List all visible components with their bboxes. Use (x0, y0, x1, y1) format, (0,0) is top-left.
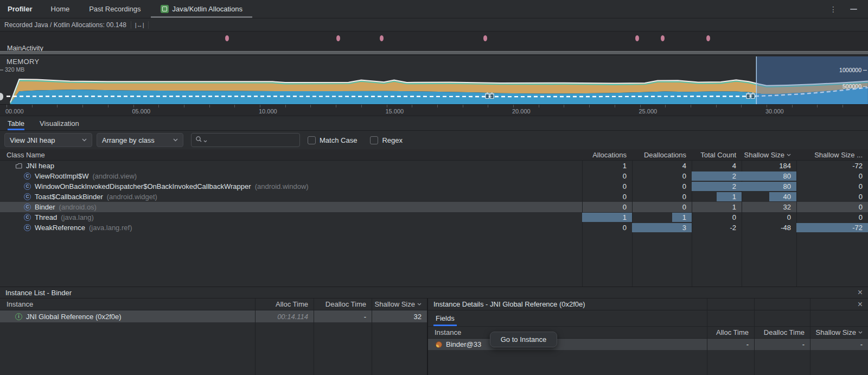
svg-text:1000000: 1000000 (839, 67, 861, 73)
class-row[interactable]: JNI heap144184-72 (0, 161, 868, 171)
axis-tick (82, 105, 83, 107)
match-case-checkbox[interactable] (308, 136, 316, 144)
value-cell: -48 (742, 223, 796, 233)
minimize-icon[interactable] (850, 9, 857, 10)
axis-tick (843, 105, 843, 107)
value-cell: 184 (742, 161, 796, 171)
event-marker-dot[interactable] (225, 35, 229, 41)
column-header-total-count[interactable]: Total Count (692, 151, 742, 159)
class-icon: C (24, 204, 31, 211)
value-cell: 80 (742, 171, 796, 181)
tab-past-recordings-label: Past Recordings (89, 5, 141, 13)
tab-visualization[interactable]: Visualization (40, 116, 79, 130)
tab-home[interactable]: Home (41, 0, 80, 18)
memory-area-chart[interactable]: 1000000500000 (0, 55, 868, 105)
value-cell: 80 (742, 181, 796, 192)
column-header-allocations[interactable]: Allocations (582, 151, 632, 159)
regex-checkbox[interactable] (370, 136, 378, 144)
tab-visualization-label: Visualization (40, 119, 79, 128)
class-row[interactable]: CToast$CallbackBinder(android.widget)001… (0, 192, 868, 202)
class-row[interactable]: CWeakReference(java.lang.ref)03-2-48-72 (0, 223, 868, 233)
package-name: (java.lang.ref) (89, 224, 132, 232)
close-icon[interactable]: × (858, 300, 863, 309)
heap-select[interactable]: View JNI heap (4, 133, 92, 147)
value-cell: 4 (632, 161, 692, 171)
column-header-shallow-size[interactable]: Shallow Size (372, 300, 427, 308)
regex-option[interactable]: Regex (370, 136, 403, 144)
value-cell: 0 (796, 192, 868, 202)
class-icon: C (24, 214, 31, 221)
axis-tick-label: 05.000 (132, 108, 151, 115)
go-to-instance-item[interactable]: Go to Instance (501, 335, 547, 344)
package-name: (android.widget) (107, 193, 157, 201)
class-row[interactable]: CWindowOnBackInvokedDispatcher$OnBackInv… (0, 181, 868, 192)
class-name: Toast$CallbackBinder (35, 193, 103, 201)
event-markers-strip[interactable] (0, 31, 868, 45)
search-input[interactable] (191, 133, 300, 147)
column-header-alloc-time[interactable]: Alloc Time (255, 300, 314, 308)
event-marker-dot[interactable] (706, 35, 710, 41)
tab-past-recordings[interactable]: Past Recordings (79, 0, 150, 18)
value-cell: -2 (692, 223, 742, 233)
package-name: (android.os) (59, 203, 97, 211)
value-cell: 32 (742, 202, 796, 212)
column-header-instance[interactable]: Instance (428, 328, 707, 336)
column-header-class-name[interactable]: Class Name (0, 151, 582, 159)
column-header-deallocations[interactable]: Deallocations (632, 151, 692, 159)
instance-list-titlebar: Instance List - Binder × (0, 287, 868, 298)
axis-tick (32, 105, 33, 107)
tab-fields[interactable]: Fields (433, 310, 457, 326)
zoom-to-fit-icon[interactable]: |↔| (131, 21, 149, 29)
class-row[interactable]: CBinder(android.os)001320 (0, 202, 868, 212)
column-header-dealloc-time[interactable]: Dealloc Time (314, 300, 372, 308)
magnitude-bar (717, 192, 742, 201)
arrange-select-value: Arrange by class (102, 136, 155, 144)
axis-tick (310, 105, 311, 107)
value-cell: 0 (692, 212, 742, 223)
axis-tick (817, 105, 818, 107)
chevron-down-icon (173, 138, 178, 142)
event-marker-dot[interactable] (483, 35, 487, 41)
axis-tick (513, 105, 514, 107)
bottom-panels: Instance List - Binder × Instance Alloc … (0, 287, 868, 375)
chevron-down-icon (82, 138, 87, 142)
axis-tick (184, 105, 184, 107)
axis-tick (108, 105, 108, 107)
event-marker-dot[interactable] (661, 35, 665, 41)
event-marker-dot[interactable] (336, 35, 340, 41)
value-cell: 0 (796, 181, 868, 192)
class-row[interactable]: CViewRootImpl$W(android.view)002800 (0, 171, 868, 181)
kebab-menu-icon[interactable]: ⋮ (829, 5, 837, 13)
column-header-shallow-size[interactable]: Shallow Size (742, 151, 796, 159)
event-marker-dot[interactable] (635, 35, 639, 41)
instance-name: JNI Global Reference (0x2f0e) (26, 313, 122, 321)
value-cell: -72 (796, 161, 868, 171)
close-icon[interactable]: × (858, 288, 863, 297)
activity-strip: MainActivity (0, 45, 868, 55)
arrange-select[interactable]: Arrange by class (97, 133, 183, 147)
class-table: JNI heap144184-72CViewRootImpl$W(android… (0, 161, 868, 287)
match-case-option[interactable]: Match Case (308, 136, 357, 144)
value-cell: 40 (742, 192, 796, 202)
column-header-dealloc-time[interactable]: Dealloc Time (754, 328, 810, 336)
regex-label: Regex (382, 136, 403, 144)
column-header-alloc-time[interactable]: Alloc Time (707, 328, 754, 336)
dealloc-time-value: - (802, 340, 805, 348)
instance-row[interactable]: i JNI Global Reference (0x2f0e) 00:14.11… (0, 310, 427, 322)
view-tabs: Table Visualization (0, 116, 868, 131)
class-name: WindowOnBackInvokedDispatcher$OnBackInvo… (35, 182, 251, 190)
axis-tick (488, 105, 488, 107)
field-instance-name: Binder@33 (446, 340, 481, 348)
session-icon (161, 5, 169, 13)
column-header-instance[interactable]: Instance (0, 300, 255, 308)
context-menu: Go to Instance (490, 332, 557, 347)
memory-chart-section[interactable]: 1000000500000 MEMORY 320 MB (0, 55, 868, 104)
class-row[interactable]: CThread(java.lang)11000 (0, 212, 868, 223)
activity-lifecycle-bar[interactable] (0, 51, 868, 54)
column-header-shallow-size-change[interactable]: Shallow Size ... (796, 151, 868, 159)
class-name: WeakReference (35, 224, 85, 232)
tab-table[interactable]: Table (8, 116, 24, 130)
tab-java-kotlin-allocations[interactable]: Java/Kotlin Allocations (151, 0, 252, 18)
event-marker-dot[interactable] (380, 35, 384, 41)
column-header-shallow-size[interactable]: Shallow Size (810, 328, 868, 336)
